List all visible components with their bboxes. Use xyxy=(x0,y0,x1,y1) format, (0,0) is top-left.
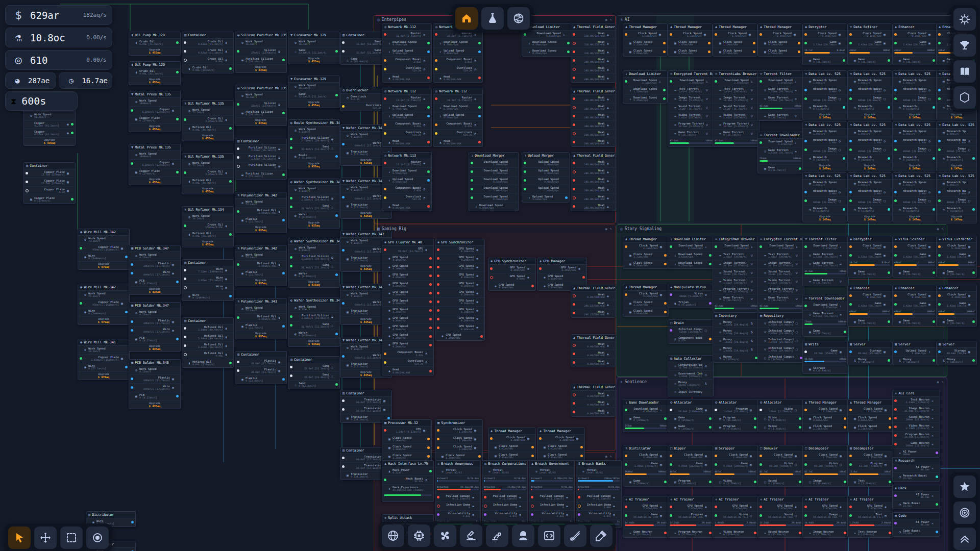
node-wafer-synthesizer-mk-342[interactable]: ◐ Wafer Synthesizer Mk.342⚙Work Speed4.1… xyxy=(288,238,340,288)
port-dot[interactable] xyxy=(760,409,762,411)
port-dot[interactable] xyxy=(715,463,717,466)
port-dot[interactable] xyxy=(184,118,186,121)
port-dot[interactable] xyxy=(933,106,935,109)
port-dot[interactable] xyxy=(573,303,575,306)
port-dot[interactable] xyxy=(531,496,533,498)
port-dot[interactable] xyxy=(184,269,186,271)
port-dot[interactable] xyxy=(715,80,717,83)
port-dot[interactable] xyxy=(282,219,285,221)
port-dot[interactable] xyxy=(804,89,807,91)
marquee-button[interactable] xyxy=(60,527,83,549)
node-thread-manager[interactable]: ♟ Thread ManagerClock Speed2.16an/GHz▦▦C… xyxy=(623,236,669,269)
port-dot[interactable] xyxy=(573,68,576,71)
port-dot[interactable] xyxy=(237,103,239,106)
node-enhancer[interactable]: ♟ EnhancerClock Speed4.20an/GHz▦Game1.43… xyxy=(892,285,937,327)
port-dot[interactable] xyxy=(938,254,941,257)
port-dot[interactable] xyxy=(524,33,526,36)
port-dot[interactable] xyxy=(894,191,897,193)
port-dot[interactable] xyxy=(709,417,712,420)
node-code[interactable]: ▤ CodeAI Power86.3ax✳◔Code Boost23.92x xyxy=(892,512,940,537)
node-thread-manager[interactable]: ♟ Thread ManagerClock Speed1.34an/GHz▦▦C… xyxy=(847,399,893,432)
port-dot[interactable] xyxy=(176,395,179,397)
node-container[interactable]: ▥ ContainerWire7.31ae [1440an/s]◉Wire3.6… xyxy=(182,259,234,301)
node-research[interactable]: ⚗ ResearchAI Power86.3ax✳◔Research Boost… xyxy=(892,457,940,482)
port-dot[interactable] xyxy=(709,426,712,429)
port-dot[interactable] xyxy=(715,514,717,517)
port-dot[interactable] xyxy=(184,327,186,330)
port-dot[interactable] xyxy=(427,170,430,173)
port-dot[interactable] xyxy=(760,506,762,508)
node-game-downloader[interactable]: ↓ Game DownloaderDownload Speed4.42an/Gp… xyxy=(623,399,669,432)
port-dot[interactable] xyxy=(804,140,807,142)
port-dot[interactable] xyxy=(490,276,493,279)
node-agi-core[interactable]: ✳ AGI CoreText Neuron2.14ab [318ms/s]✳Im… xyxy=(892,390,940,458)
port-dot[interactable] xyxy=(342,41,345,44)
node-download-merger[interactable]: ↓ Download MergerDownload Speed1.69an/Gp… xyxy=(469,152,519,211)
port-dot[interactable] xyxy=(131,263,133,266)
port-dot[interactable] xyxy=(384,429,386,432)
port-dot[interactable] xyxy=(888,106,890,109)
port-dot[interactable] xyxy=(437,266,439,268)
port-dot[interactable] xyxy=(471,196,473,199)
port-dot[interactable] xyxy=(625,514,627,517)
port-dot[interactable] xyxy=(938,294,941,297)
port-dot[interactable] xyxy=(184,286,187,289)
upgrade-button[interactable]: Upgrade $ 147aq xyxy=(937,112,976,120)
port-dot[interactable] xyxy=(972,157,975,160)
port-dot[interactable] xyxy=(889,532,891,534)
port-dot[interactable] xyxy=(429,274,432,277)
port-dot[interactable] xyxy=(478,42,481,44)
port-dot[interactable] xyxy=(888,359,890,362)
port-dot[interactable] xyxy=(938,97,941,100)
port-dot[interactable] xyxy=(664,532,667,534)
port-dot[interactable] xyxy=(342,105,345,108)
port-dot[interactable] xyxy=(894,443,897,445)
group-pin-icon[interactable]: ◉ xyxy=(605,18,607,22)
port-dot[interactable] xyxy=(125,311,128,313)
upgrade-button[interactable]: Upgrade $ 435aq xyxy=(340,211,391,218)
port-dot[interactable] xyxy=(384,353,386,355)
port-dot[interactable] xyxy=(754,532,756,534)
port-dot[interactable] xyxy=(384,123,386,126)
upgrade-button[interactable]: Upgrade $ 435aq xyxy=(129,344,180,352)
port-dot[interactable] xyxy=(471,170,473,173)
port-dot[interactable] xyxy=(427,115,430,117)
port-dot[interactable] xyxy=(972,359,975,362)
node-thread-manager[interactable]: ♟ Thread ManagerClock Speed1.24an/GHz▦▦C… xyxy=(537,428,585,461)
node-torrent-filter[interactable]: ▽ Torrent FilterDownload Speed3.07an/Gps… xyxy=(757,70,803,121)
port-dot[interactable] xyxy=(484,513,486,516)
node-network-mk-112[interactable]: ◎ Network Mk.112Router11.1af [2.71an/s]◈… xyxy=(382,88,432,147)
port-dot[interactable] xyxy=(237,369,239,372)
node-pcb-solder-mk-348[interactable]: ▦ PCB Solder Mk.348⚙Work Speed4.13an/sPl… xyxy=(129,359,181,409)
upgrade-button[interactable]: Upgrade $ 935aq xyxy=(288,161,339,169)
port-dot[interactable] xyxy=(490,437,493,440)
port-dot[interactable] xyxy=(427,179,430,182)
port-dot[interactable] xyxy=(849,409,852,411)
port-dot[interactable] xyxy=(131,162,133,165)
port-dot[interactable] xyxy=(843,208,845,211)
port-dot[interactable] xyxy=(573,188,575,190)
hardware-button[interactable] xyxy=(408,524,430,547)
port-dot[interactable] xyxy=(429,300,432,303)
port-dot[interactable] xyxy=(384,196,386,199)
port-dot[interactable] xyxy=(804,350,807,353)
port-dot[interactable] xyxy=(849,148,852,151)
port-dot[interactable] xyxy=(290,146,292,149)
select-button[interactable] xyxy=(8,527,31,549)
port-dot[interactable] xyxy=(131,329,133,332)
port-dot[interactable] xyxy=(478,106,481,109)
port-dot[interactable] xyxy=(184,41,186,44)
port-dot[interactable] xyxy=(582,276,585,279)
port-dot[interactable] xyxy=(664,417,667,420)
port-dot[interactable] xyxy=(804,506,807,508)
port-dot[interactable] xyxy=(573,42,576,45)
port-dot[interactable] xyxy=(290,206,292,208)
node-data-lab-lv-525[interactable]: ⚗ Data Lab Lv. 525▤Research Speed1.00ai/… xyxy=(847,70,892,120)
port-dot[interactable] xyxy=(804,33,807,36)
node-gpu-synchronizer[interactable]: ✱ GPU SynchronizerGPU Speed4.20an/Hz✱GPU… xyxy=(435,239,485,341)
robotics-button[interactable] xyxy=(486,524,508,547)
port-dot[interactable] xyxy=(709,338,712,340)
node-enhancer[interactable]: ♟ EnhancerClock Speed4.20an/GHz▦Game1.43… xyxy=(936,285,977,327)
port-dot[interactable] xyxy=(804,514,807,517)
tools-button[interactable] xyxy=(564,524,586,547)
